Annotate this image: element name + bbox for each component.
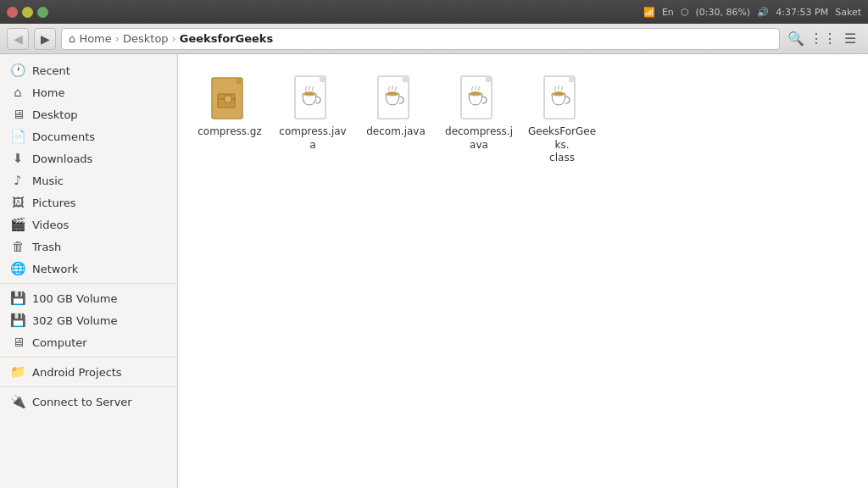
svg-rect-2	[236, 78, 242, 84]
sidebar-item-android[interactable]: 📁 Android Projects	[0, 361, 177, 383]
svg-rect-19	[486, 76, 492, 82]
file-icon-java-3	[459, 75, 499, 122]
file-item-decom-java[interactable]: decom.java	[358, 68, 434, 172]
sidebar-item-videos[interactable]: 🎬 Videos	[0, 214, 177, 236]
computer-icon: 🖥	[10, 335, 25, 350]
sidebar-item-recent[interactable]: 🕐 Recent	[0, 59, 177, 81]
sidebar-label-downloads: Downloads	[32, 152, 92, 165]
sidebar-label-server: Connect to Server	[32, 396, 132, 408]
music-icon: ♪	[10, 173, 25, 188]
sidebar-label-home: Home	[32, 86, 64, 99]
sidebar: 🕐 Recent ⌂ Home 🖥 Desktop 📄 Documents ⬇ …	[0, 54, 178, 488]
sidebar-item-documents[interactable]: 📄 Documents	[0, 125, 177, 147]
close-button[interactable]	[7, 7, 18, 18]
svg-point-21	[470, 92, 481, 95]
sidebar-item-network[interactable]: 🌐 Network	[0, 258, 177, 280]
sidebar-item-home[interactable]: ⌂ Home	[0, 81, 177, 103]
file-icon-java-2	[376, 75, 416, 122]
svg-point-11	[304, 92, 314, 95]
sidebar-item-desktop[interactable]: 🖥 Desktop	[0, 103, 177, 125]
file-name-geeksforgeeks-class: GeeksForGeeks.class	[527, 125, 597, 165]
file-name-decompress-java: decompress.java	[444, 125, 514, 152]
android-icon: 📁	[10, 364, 25, 380]
network-icon: 🌐	[10, 261, 25, 276]
toolbar: ◀ ▶ ⌂ Home › Desktop › GeeksforGeeks 🔍 ⋮…	[0, 24, 868, 54]
battery-status: (0:30, 86%)	[695, 7, 750, 18]
search-button[interactable]: 🔍	[785, 28, 807, 50]
sidebar-label-pictures: Pictures	[32, 197, 75, 209]
file-item-compress-java[interactable]: compress.java	[275, 68, 351, 172]
maximize-button[interactable]	[37, 7, 48, 18]
view-toggle-button[interactable]: ⋮⋮	[812, 28, 834, 50]
wifi-icon: 📶	[643, 7, 655, 18]
file-item-decompress-java[interactable]: decompress.java	[441, 68, 517, 172]
sidebar-item-pictures[interactable]: 🖼 Pictures	[0, 191, 177, 214]
sidebar-divider-1	[0, 283, 177, 284]
videos-icon: 🎬	[10, 217, 25, 232]
documents-icon: 📄	[10, 129, 25, 144]
lang-indicator: En	[662, 7, 674, 18]
minimize-button[interactable]	[22, 7, 33, 18]
sidebar-item-music[interactable]: ♪ Music	[0, 169, 177, 191]
bluetooth-icon: ⬡	[681, 7, 689, 18]
sidebar-item-downloads[interactable]: ⬇ Downloads	[0, 147, 177, 169]
svg-rect-8	[320, 76, 326, 82]
sidebar-item-vol302[interactable]: 💾 302 GB Volume	[0, 309, 177, 331]
sidebar-item-computer[interactable]: 🖥 Computer	[0, 331, 177, 353]
file-name-compress-java: compress.java	[278, 125, 348, 152]
sidebar-label-computer: Computer	[32, 336, 87, 349]
breadcrumb: ⌂ Home › Desktop › GeeksforGeeks	[61, 28, 780, 50]
file-icon-gz	[209, 75, 250, 122]
sidebar-label-network: Network	[32, 263, 78, 275]
home-icon: ⌂	[10, 85, 25, 100]
svg-point-16	[387, 92, 398, 95]
system-tray: 📶 En ⬡ (0:30, 86%) 🔊 4:37:53 PM Saket	[643, 7, 861, 18]
breadcrumb-desktop[interactable]: Desktop	[123, 32, 169, 45]
clock: 4:37:53 PM	[776, 7, 828, 18]
file-content: compress.gz	[178, 54, 868, 488]
file-icon-class	[542, 75, 582, 122]
desktop-icon: 🖥	[10, 107, 25, 122]
sidebar-label-trash: Trash	[32, 241, 61, 253]
sidebar-item-vol100[interactable]: 💾 100 GB Volume	[0, 287, 177, 309]
sidebar-item-server[interactable]: 🔌 Connect to Server	[0, 391, 177, 413]
sidebar-divider-2	[0, 357, 177, 358]
recent-icon: 🕐	[10, 63, 25, 78]
user-name: Saket	[835, 7, 861, 18]
sidebar-label-vol302: 302 GB Volume	[32, 314, 117, 327]
sidebar-divider-3	[0, 386, 177, 387]
breadcrumb-sep-1: ›	[115, 32, 120, 45]
sidebar-item-trash[interactable]: 🗑 Trash	[0, 236, 177, 258]
sidebar-label-documents: Documents	[32, 130, 95, 143]
forward-button[interactable]: ▶	[34, 28, 56, 50]
file-name-decom-java: decom.java	[366, 125, 426, 139]
sidebar-label-recent: Recent	[32, 64, 70, 77]
sidebar-label-vol100: 100 GB Volume	[32, 292, 117, 305]
breadcrumb-home[interactable]: ⌂ Home	[69, 32, 112, 45]
file-icon-java-1	[292, 75, 333, 122]
svg-point-26	[554, 92, 564, 95]
file-name-compress-gz: compress.gz	[198, 125, 262, 139]
sidebar-label-desktop: Desktop	[32, 108, 78, 121]
volume-icon: 🔊	[757, 7, 769, 18]
breadcrumb-current[interactable]: GeeksforGeeks	[180, 32, 273, 45]
svg-rect-14	[403, 76, 409, 82]
pictures-icon: 🖼	[10, 195, 25, 210]
svg-rect-5	[225, 96, 231, 103]
back-button[interactable]: ◀	[7, 28, 29, 50]
titlebar: 📶 En ⬡ (0:30, 86%) 🔊 4:37:53 PM Saket	[0, 0, 868, 24]
window-controls	[7, 7, 48, 18]
server-icon: 🔌	[10, 394, 25, 409]
menu-button[interactable]: ☰	[839, 28, 861, 50]
main-layout: 🕐 Recent ⌂ Home 🖥 Desktop 📄 Documents ⬇ …	[0, 54, 868, 488]
sidebar-label-music: Music	[32, 175, 64, 187]
vol302-icon: 💾	[10, 313, 25, 328]
sidebar-label-android: Android Projects	[32, 366, 122, 379]
file-item-geeksforgeeks-class[interactable]: GeeksForGeeks.class	[524, 68, 600, 172]
file-item-compress-gz[interactable]: compress.gz	[192, 68, 268, 172]
files-grid: compress.gz	[192, 68, 854, 172]
sidebar-label-videos: Videos	[32, 219, 69, 231]
svg-rect-24	[569, 76, 575, 82]
vol100-icon: 💾	[10, 291, 25, 306]
toolbar-actions: 🔍 ⋮⋮ ☰	[785, 28, 861, 50]
